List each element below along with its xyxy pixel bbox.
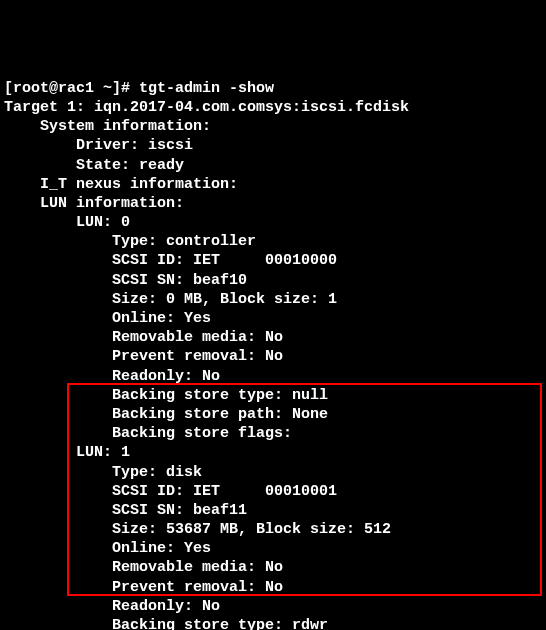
lun-info-header: LUN information: bbox=[4, 195, 184, 212]
lun0-type: Type: controller bbox=[4, 233, 256, 250]
system-info-header: System information: bbox=[4, 118, 211, 135]
driver-line: Driver: iscsi bbox=[4, 137, 193, 154]
lun1-scsi-id: SCSI ID: IET 00010001 bbox=[4, 483, 337, 500]
lun0-removable: Removable media: No bbox=[4, 329, 283, 346]
lun1-readonly: Readonly: No bbox=[4, 598, 220, 615]
lun1-online: Online: Yes bbox=[4, 540, 211, 557]
target-header: Target 1: iqn.2017-04.com.comsys:iscsi.f… bbox=[4, 99, 409, 116]
lun0-prevent: Prevent removal: No bbox=[4, 348, 283, 365]
lun1-size: Size: 53687 MB, Block size: 512 bbox=[4, 521, 391, 538]
state-line: State: ready bbox=[4, 157, 184, 174]
lun1-removable: Removable media: No bbox=[4, 559, 283, 576]
lun1-header: LUN: 1 bbox=[4, 444, 130, 461]
lun0-scsi-id: SCSI ID: IET 00010000 bbox=[4, 252, 337, 269]
lun0-bs-path: Backing store path: None bbox=[4, 406, 328, 423]
command-text: tgt-admin -show bbox=[139, 80, 274, 97]
lun0-bs-type: Backing store type: null bbox=[4, 387, 328, 404]
lun0-online: Online: Yes bbox=[4, 310, 211, 327]
lun0-readonly: Readonly: No bbox=[4, 368, 220, 385]
lun0-bs-flags: Backing store flags: bbox=[4, 425, 301, 442]
lun1-prevent: Prevent removal: No bbox=[4, 579, 283, 596]
lun0-size: Size: 0 MB, Block size: 1 bbox=[4, 291, 337, 308]
lun0-header: LUN: 0 bbox=[4, 214, 130, 231]
lun1-type: Type: disk bbox=[4, 464, 202, 481]
shell-prompt: [root@rac1 ~]# bbox=[4, 80, 139, 97]
it-nexus-header: I_T nexus information: bbox=[4, 176, 238, 193]
lun1-scsi-sn: SCSI SN: beaf11 bbox=[4, 502, 247, 519]
lun1-bs-type: Backing store type: rdwr bbox=[4, 617, 328, 630]
prompt-line: [root@rac1 ~]# tgt-admin -show bbox=[4, 80, 274, 97]
lun0-scsi-sn: SCSI SN: beaf10 bbox=[4, 272, 247, 289]
